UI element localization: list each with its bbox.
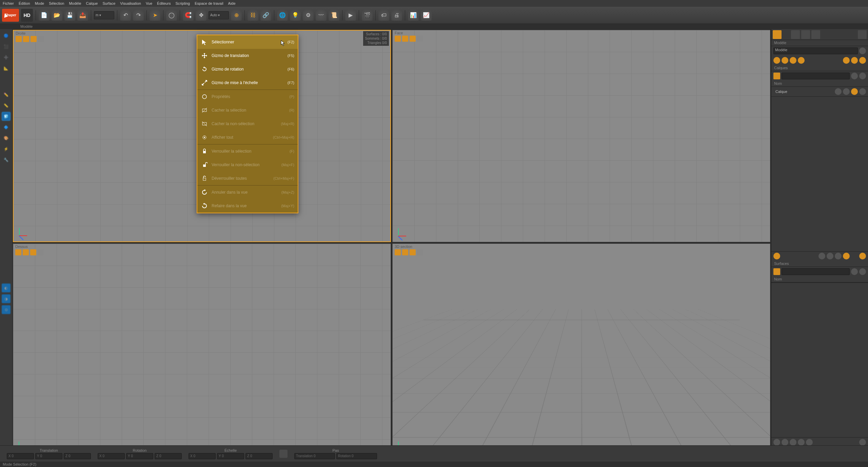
- tz-field[interactable]: Z 0: [64, 453, 91, 459]
- surface-tool-icon[interactable]: [843, 253, 850, 259]
- menu-bar[interactable]: Fichier Édition Mode Sélection Modèle Ca…: [0, 0, 868, 7]
- surface-delete-icon[interactable]: [859, 253, 866, 259]
- context-menu-item[interactable]: Gizmo de translation(F5): [197, 49, 298, 62]
- ry-field[interactable]: Y 0: [126, 453, 153, 459]
- lasso-icon[interactable]: ◯: [166, 10, 177, 21]
- vp-control-icon[interactable]: [16, 36, 22, 42]
- surface-tool-icon[interactable]: [827, 253, 833, 259]
- footer-tool-icon[interactable]: [859, 439, 866, 446]
- panel-icon[interactable]: [798, 57, 805, 64]
- vp-control-icon[interactable]: [23, 36, 29, 42]
- model-dropdown[interactable]: Modèle: [773, 47, 858, 54]
- menu-editeurs[interactable]: Éditeurs: [157, 1, 171, 5]
- tx-field[interactable]: X 0: [7, 453, 34, 459]
- surface-name-field[interactable]: [782, 268, 850, 275]
- panel-tab-4-icon[interactable]: [811, 30, 820, 39]
- vp-control-icon[interactable]: [38, 249, 44, 255]
- tool-c-icon[interactable]: ➕: [2, 53, 11, 62]
- vp-control-icon[interactable]: [402, 249, 408, 255]
- hierarchy-icon[interactable]: ⛓: [248, 10, 258, 21]
- menu-fichier[interactable]: Fichier: [3, 1, 14, 5]
- panel-icon[interactable]: [843, 57, 850, 64]
- tool-a-icon[interactable]: 🔵: [2, 31, 11, 40]
- surface-action-icon[interactable]: [859, 268, 866, 275]
- layer-action-icon[interactable]: [859, 73, 866, 79]
- menu-visualisation[interactable]: Visualisation: [120, 1, 141, 5]
- deform-icon[interactable]: 〰: [316, 10, 327, 21]
- tool-h-icon[interactable]: 🎨: [2, 134, 11, 142]
- link-icon[interactable]: 🔗: [260, 10, 271, 21]
- panel-icon[interactable]: [782, 57, 788, 64]
- tag-icon[interactable]: 🏷: [378, 10, 389, 21]
- rx-field[interactable]: X 0: [98, 453, 125, 459]
- menu-edition[interactable]: Édition: [19, 1, 30, 5]
- app-logo[interactable]: Shaper: [2, 9, 19, 22]
- vp-control-icon[interactable]: [23, 249, 29, 255]
- units-dropdown[interactable]: m ▾: [94, 11, 114, 19]
- layer-name-field[interactable]: [782, 73, 850, 79]
- step-trans-field[interactable]: Translation 0: [294, 453, 335, 459]
- panel-add-icon[interactable]: [859, 47, 866, 54]
- layer-action-icon[interactable]: [851, 73, 858, 79]
- footer-tool-icon[interactable]: [773, 439, 780, 446]
- vp-control-icon[interactable]: [417, 249, 423, 255]
- vp-control-icon[interactable]: [31, 36, 37, 42]
- script-icon[interactable]: 📜: [329, 10, 339, 21]
- open-icon[interactable]: 📂: [52, 10, 62, 21]
- vp-control-icon[interactable]: [395, 36, 401, 42]
- tool-g-icon[interactable]: 🔷: [2, 123, 11, 132]
- ty-field[interactable]: Y 0: [35, 453, 62, 459]
- panel-icon[interactable]: [790, 57, 796, 64]
- menu-espace[interactable]: Espace de travail: [195, 1, 223, 5]
- tool-b-icon[interactable]: ⬛: [2, 42, 11, 51]
- menu-modele[interactable]: Modèle: [69, 1, 81, 5]
- tool-j-icon[interactable]: 🔧: [2, 155, 11, 164]
- tool-d-icon[interactable]: 📐: [2, 64, 11, 73]
- vp-control-icon[interactable]: [402, 36, 408, 42]
- view-mode-1-icon[interactable]: ◐: [2, 284, 11, 292]
- menu-aide[interactable]: Aide: [228, 1, 236, 5]
- snap-mode-dropdown[interactable]: Auto ▾: [209, 11, 229, 19]
- rz-field[interactable]: Z 0: [155, 453, 182, 459]
- context-menu-item[interactable]: Gizmo de mise à l'échelle(F7): [197, 76, 298, 90]
- viewport-bottom-right[interactable]: 3D section: [392, 244, 770, 456]
- layer-item[interactable]: Calque: [773, 90, 787, 94]
- vp-control-icon[interactable]: [38, 36, 44, 42]
- footer-tool-icon[interactable]: [782, 439, 788, 446]
- tool-e-icon[interactable]: ✏️: [2, 90, 11, 99]
- move-icon[interactable]: ✥: [196, 10, 206, 21]
- footer-tool-icon[interactable]: [790, 439, 796, 446]
- play-icon[interactable]: ▶: [345, 10, 356, 21]
- layer-vis-icon[interactable]: [843, 88, 850, 95]
- panel-icon[interactable]: [773, 57, 780, 64]
- viewport-bottom-left[interactable]: Dessus: [13, 244, 391, 456]
- menu-surface[interactable]: Surface: [102, 1, 115, 5]
- view-mode-2-icon[interactable]: ◑: [2, 294, 11, 303]
- export-icon[interactable]: 📤: [77, 10, 88, 21]
- view-mode-3-icon[interactable]: ⊙: [2, 305, 11, 314]
- surface-action-icon[interactable]: [851, 268, 858, 275]
- menu-scripting[interactable]: Scripting: [175, 1, 190, 5]
- stats-icon[interactable]: 📊: [408, 10, 419, 21]
- vp-control-icon[interactable]: [410, 249, 416, 255]
- select-tool-icon[interactable]: ➤: [150, 10, 160, 21]
- print-icon[interactable]: 🖨: [391, 10, 402, 21]
- vp-control-icon[interactable]: [395, 249, 401, 255]
- panel-icon[interactable]: [859, 57, 866, 64]
- sx-field[interactable]: X 0: [189, 453, 216, 459]
- light-icon[interactable]: 💡: [290, 10, 301, 21]
- undo-icon[interactable]: ↶: [120, 10, 131, 21]
- surface-color-icon[interactable]: [773, 268, 780, 275]
- panel-icon[interactable]: [851, 57, 858, 64]
- surface-tool-icon[interactable]: [773, 253, 780, 259]
- panel-tab-1-icon[interactable]: [773, 30, 782, 39]
- panel-tab-3-icon[interactable]: [801, 30, 810, 39]
- sz-field[interactable]: Z 0: [245, 453, 273, 459]
- pivot-icon[interactable]: ⊕: [231, 10, 242, 21]
- surface-tool-icon[interactable]: [818, 253, 825, 259]
- menu-mode[interactable]: Mode: [35, 1, 44, 5]
- transform-mode-icon[interactable]: [279, 450, 288, 458]
- menu-selection[interactable]: Sélection: [49, 1, 64, 5]
- graph-icon[interactable]: 📈: [421, 10, 432, 21]
- tool-selected-icon[interactable]: 🧊: [2, 112, 11, 121]
